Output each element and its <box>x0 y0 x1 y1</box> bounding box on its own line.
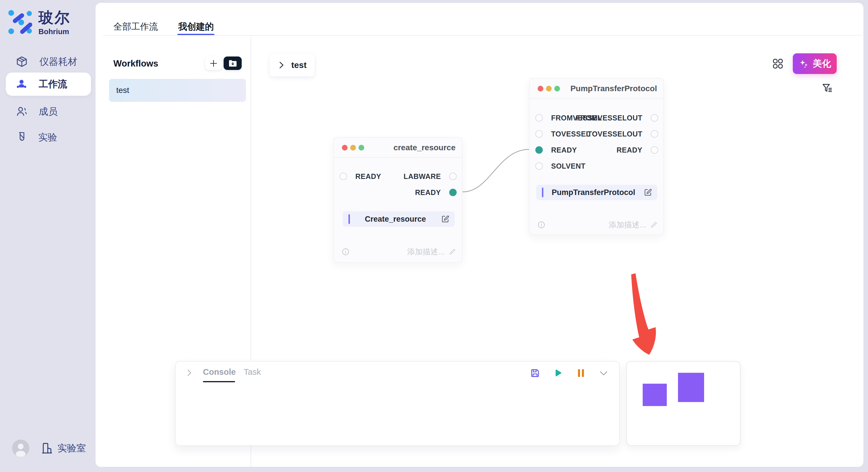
sidebar-item-label: 实验 <box>38 131 57 144</box>
info-icon[interactable] <box>342 248 350 256</box>
edit-icon[interactable] <box>644 188 652 197</box>
port-dot-out-tovesselout[interactable] <box>651 130 658 138</box>
sidebar: 玻尔 Bohrium 仪器耗材 工作流 成员 <box>0 0 96 472</box>
traffic-yellow-dot <box>350 145 356 150</box>
sparkles-icon <box>799 59 809 69</box>
node-title: create_resource <box>394 138 456 158</box>
info-icon[interactable] <box>537 221 546 229</box>
save-button[interactable] <box>530 368 540 378</box>
port-dot-in-ready[interactable] <box>340 173 347 180</box>
lab-switcher[interactable]: 实验室 <box>41 442 86 455</box>
tab-divider <box>103 35 862 36</box>
workflows-panel-title: Workflows <box>113 59 158 69</box>
play-button[interactable] <box>552 368 563 378</box>
breadcrumb-workflow[interactable]: test <box>270 54 315 76</box>
add-workflow-button[interactable] <box>205 57 222 70</box>
description-field[interactable]: 添加描述... <box>407 247 456 257</box>
port-out-ready: READY <box>617 146 658 154</box>
port-dot-in-solvent[interactable] <box>535 162 543 170</box>
minimap-node-pump-transfer <box>678 373 704 402</box>
port-dot-out-ready[interactable] <box>651 146 658 154</box>
workflow-list-item-test[interactable]: test <box>109 79 246 102</box>
sidebar-item-experiment[interactable]: 实验 <box>6 127 91 148</box>
sidebar-item-workflow[interactable]: 工作流 <box>6 72 91 96</box>
port-in-ready: READY <box>535 146 577 154</box>
traffic-yellow-dot <box>546 86 552 92</box>
pencil-icon <box>650 221 658 229</box>
task-chip-pump-transfer[interactable]: PumpTransferProtocol <box>536 185 657 200</box>
node-pump-transfer-protocol[interactable]: PumpTransferProtocol FROMVESSEL FROMVESS… <box>529 78 664 235</box>
members-icon <box>16 106 27 117</box>
collapse-chevron-right-icon[interactable] <box>184 368 195 378</box>
lab-label: 实验室 <box>57 442 86 455</box>
filter-button[interactable] <box>821 82 834 95</box>
brand-logo: 玻尔 Bohrium <box>8 10 71 36</box>
sidebar-item-members[interactable]: 成员 <box>6 101 91 122</box>
node-create-resource[interactable]: create_resource READY LABWARE READY Crea… <box>333 137 462 263</box>
port-dot-in-fromvessel[interactable] <box>535 114 543 122</box>
console-panel: Console Task <box>175 361 620 446</box>
brand-name-zh: 玻尔 <box>38 10 71 25</box>
import-workflow-button[interactable] <box>224 57 242 70</box>
sidebar-item-label: 仪器耗材 <box>39 55 77 68</box>
task-label: PumpTransferProtocol <box>544 188 644 197</box>
building-icon <box>41 442 53 454</box>
port-in-ready: READY <box>340 172 381 180</box>
beautify-label: 美化 <box>813 57 831 70</box>
filter-icon <box>821 82 834 95</box>
node-footer: 添加描述... <box>537 221 658 229</box>
task-chip-create-resource[interactable]: Create_resource <box>343 211 455 227</box>
minimap-node-create-resource <box>643 384 667 406</box>
traffic-green-dot <box>359 145 364 150</box>
tab-created-by-me[interactable]: 我创建的 <box>178 21 214 33</box>
layout-grid-button[interactable] <box>772 57 784 70</box>
node-header: create_resource <box>334 138 462 158</box>
breadcrumb-label: test <box>291 60 307 70</box>
traffic-red-dot <box>538 86 544 92</box>
description-placeholder: 添加描述... <box>407 247 445 257</box>
chevron-right-icon <box>278 61 285 69</box>
traffic-red-dot <box>342 145 348 150</box>
port-in-solvent: SOLVENT <box>535 162 586 170</box>
port-dot-in-tovessel[interactable] <box>535 130 543 138</box>
console-tab-underline <box>203 381 235 382</box>
node-footer: 添加描述... <box>342 247 456 256</box>
flask-icon <box>16 131 27 143</box>
apps-grid-icon <box>772 57 784 70</box>
plus-icon <box>209 59 218 68</box>
traffic-dots <box>342 145 364 150</box>
tab-console[interactable]: Console <box>203 367 236 377</box>
port-out-labware: LABWARE <box>404 172 457 180</box>
port-out-tovesselout: TOVESSELOUT <box>588 130 658 138</box>
port-in-tovessel: TOVESSEL <box>535 130 590 138</box>
bohrium-logo-icon <box>8 10 32 35</box>
description-field[interactable]: 添加描述... <box>609 220 658 230</box>
node-title: PumpTransferProtocol <box>570 78 657 99</box>
edit-icon[interactable] <box>441 215 450 224</box>
package-icon <box>16 56 28 68</box>
beautify-button[interactable]: 美化 <box>793 53 837 74</box>
workflow-group-icon <box>16 79 27 90</box>
port-dot-out-ready[interactable] <box>449 189 457 196</box>
pause-button[interactable] <box>576 368 586 378</box>
traffic-green-dot <box>554 86 560 92</box>
port-out-ready: READY <box>415 189 457 196</box>
traffic-dots <box>538 86 560 92</box>
port-dot-out-labware[interactable] <box>449 173 457 180</box>
folder-download-icon <box>228 60 237 67</box>
tab-all-workflows[interactable]: 全部工作流 <box>113 21 158 33</box>
minimap[interactable] <box>626 361 741 446</box>
brand-name-en: Bohrium <box>38 27 71 36</box>
sidebar-item-label: 成员 <box>39 105 58 118</box>
description-placeholder: 添加描述... <box>609 220 646 230</box>
collapse-chevron-down-icon[interactable] <box>598 368 609 378</box>
tab-task[interactable]: Task <box>244 367 261 377</box>
task-label: Create_resource <box>350 215 441 224</box>
pencil-icon <box>448 248 456 256</box>
port-dot-out-fromvesselout[interactable] <box>651 114 658 122</box>
workflow-item-label: test <box>116 86 129 95</box>
sidebar-item-instruments[interactable]: 仪器耗材 <box>6 51 91 72</box>
port-out-fromvesselout: FROMVESSELOUT <box>576 114 658 122</box>
port-dot-in-ready[interactable] <box>535 146 543 154</box>
user-avatar[interactable] <box>12 440 29 457</box>
